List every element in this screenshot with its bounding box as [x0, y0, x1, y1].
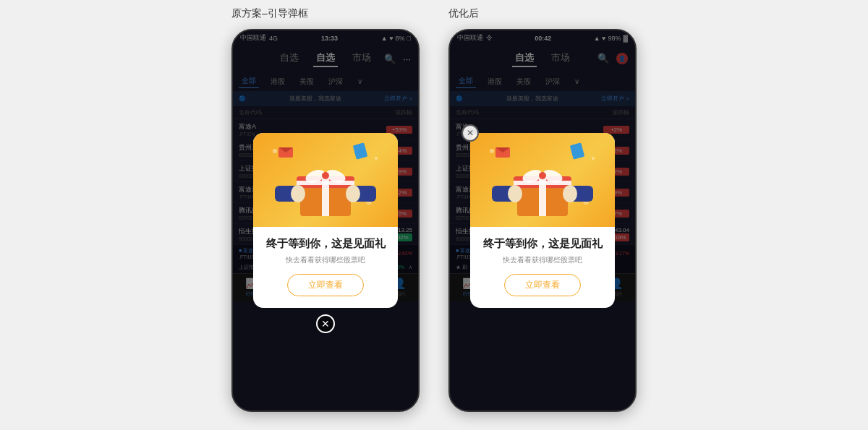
- gift-svg-optimized: [477, 137, 608, 223]
- phone-original: 中国联通 4G 13:33 ▲ ♥ 8% □ 自选 自选 市场 🔍: [231, 29, 420, 412]
- section-title-optimized: 优化后: [448, 7, 479, 20]
- svg-point-33: [508, 185, 522, 202]
- svg-point-19: [592, 157, 595, 160]
- modal-close-btn-original[interactable]: ✕: [316, 314, 335, 333]
- svg-point-15: [291, 185, 305, 202]
- modal-cta-btn-optimized[interactable]: 立即查看: [504, 274, 581, 296]
- modal-close-btn-optimized[interactable]: ✕: [461, 124, 479, 142]
- svg-rect-24: [570, 142, 585, 159]
- modal-image-optimized: [470, 133, 615, 227]
- modal-wrapper-original: 终于等到你，这是见面礼 快去看看获得哪些股票吧 立即查看 ✕: [253, 133, 398, 308]
- modal-wrapper-optimized: ✕: [470, 133, 615, 308]
- modal-overlay-optimized: ✕: [450, 30, 635, 410]
- svg-rect-28: [514, 181, 571, 185]
- modal-title-optimized: 终于等到你，这是见面礼: [482, 237, 603, 251]
- svg-point-17: [346, 185, 360, 202]
- section-optimized: 优化后 中国联通 令 00:42 ▲ ♥ 98% ▓ 自选 市场: [448, 7, 637, 412]
- svg-point-1: [375, 157, 378, 160]
- modal-overlay-original: 终于等到你，这是见面礼 快去看看获得哪些股票吧 立即查看 ✕: [233, 30, 418, 410]
- section-title-original: 原方案–引导弹框: [231, 7, 308, 20]
- section-original: 原方案–引导弹框 中国联通 4G 13:33 ▲ ♥ 8% □ 自选: [231, 7, 420, 412]
- modal-body-optimized: 终于等到你，这是见面礼 快去看看获得哪些股票吧 立即查看: [470, 227, 615, 308]
- svg-rect-6: [353, 142, 368, 159]
- svg-point-13: [322, 172, 329, 179]
- modal-image-original: [253, 133, 398, 227]
- modal-body-original: 终于等到你，这是见面礼 快去看看获得哪些股票吧 立即查看: [253, 227, 398, 308]
- modal-card-optimized: 终于等到你，这是见面礼 快去看看获得哪些股票吧 立即查看: [470, 133, 615, 308]
- svg-rect-10: [297, 181, 354, 185]
- modal-card-original: 终于等到你，这是见面礼 快去看看获得哪些股票吧 立即查看: [253, 133, 398, 308]
- modal-cta-btn-original[interactable]: 立即查看: [287, 274, 364, 296]
- modal-title-original: 终于等到你，这是见面礼: [265, 237, 386, 251]
- svg-point-18: [490, 149, 494, 153]
- svg-point-35: [563, 185, 577, 202]
- gift-svg-original: [260, 137, 391, 223]
- modal-subtitle-original: 快去看看获得哪些股票吧: [265, 255, 386, 265]
- phone-optimized: 中国联通 令 00:42 ▲ ♥ 98% ▓ 自选 市场 🔍 👤: [448, 29, 637, 412]
- svg-point-31: [539, 172, 546, 179]
- modal-subtitle-optimized: 快去看看获得哪些股票吧: [482, 255, 603, 265]
- svg-point-0: [273, 149, 277, 153]
- page-wrapper: 原方案–引导弹框 中国联通 4G 13:33 ▲ ♥ 8% □ 自选: [14, 7, 854, 412]
